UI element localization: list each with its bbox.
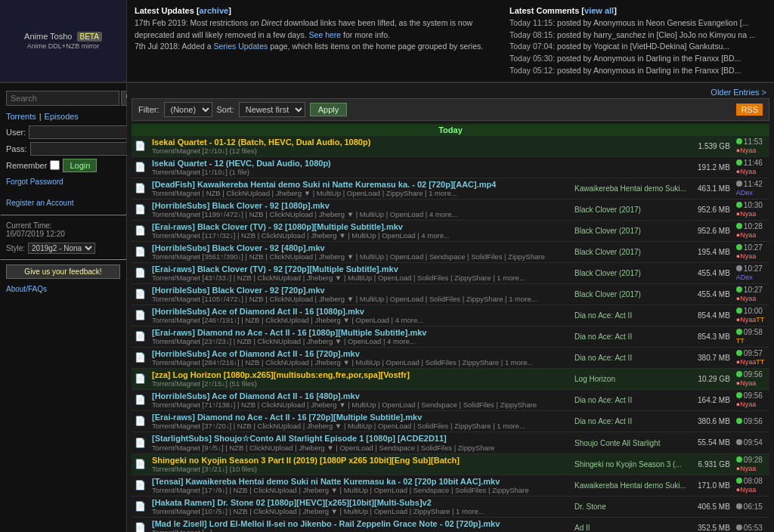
- older-entries: Older Entries >: [132, 86, 769, 98]
- about-links: About/FAQs: [0, 283, 126, 295]
- torrent-title-link[interactable]: [Erai-raws] Black Clover (TV) - 92 [1080…: [152, 222, 403, 231]
- series-cell: Dia no Ace: Act II: [571, 347, 692, 368]
- torrent-links: Torrent/Magnet [37↑/20↓] | NZB | ClickNU…: [152, 422, 568, 430]
- torrent-title-link[interactable]: [HorribleSubs] Black Clover - 92 [480p].…: [152, 243, 325, 252]
- filter-label: Filter:: [138, 105, 159, 114]
- status-dot: [736, 478, 742, 484]
- today-header: Today: [132, 124, 769, 136]
- torrent-links: Torrent/Magnet [10↑/5↓] | NZB | ClickNUp…: [152, 507, 568, 515]
- torrent-title-link[interactable]: [HorribleSubs] Ace of Diamond Act II - 1…: [152, 307, 364, 316]
- torrent-info-cell: Shingeki no Kyojin Season 3 Part II (201…: [149, 453, 571, 475]
- apply-button[interactable]: Apply: [310, 103, 348, 116]
- torrent-title-link[interactable]: [zza] Log Horizon [1080p.x265][multisubs…: [152, 370, 410, 379]
- torrent-title-link[interactable]: [HorribleSubs] Ace of Diamond Act II - 1…: [152, 349, 360, 358]
- comment-3: Today 07:04: posted by Yogicat in [VietH…: [509, 42, 729, 51]
- time-cell: 09:56●Nyaa: [733, 368, 769, 389]
- current-time-label: Current Time:: [6, 221, 52, 230]
- size-cell: 352.5 MB: [692, 517, 733, 532]
- logo-beta: BETA: [77, 32, 102, 42]
- torrent-links: Torrent/Magnet [...]: [152, 528, 568, 533]
- file-icon: 📄: [135, 352, 146, 363]
- time-cell: 10:30●Nyaa: [733, 199, 769, 220]
- older-entries-link[interactable]: Older Entries >: [711, 88, 766, 97]
- file-icon-cell: 📄: [132, 347, 149, 368]
- archive-link[interactable]: archive: [200, 6, 229, 15]
- search-input[interactable]: [6, 91, 119, 106]
- tt-tag: TT: [736, 337, 745, 345]
- nyaa-tag: ●Nyaa: [736, 465, 756, 472]
- torrent-info-cell: [HorribleSubs] Ace of Diamond Act II - 1…: [149, 389, 571, 410]
- pass-input[interactable]: [30, 142, 139, 156]
- current-time-info: Current Time: 16/07/2019 12:20: [0, 218, 126, 241]
- series-link: Dia no Ace: Act II: [574, 354, 632, 362]
- user-input[interactable]: [29, 125, 138, 139]
- torrent-title-link[interactable]: Isekai Quartet - 12 (HEVC, Dual Audio, 1…: [152, 159, 331, 168]
- series-cell: Black Clover (2017): [571, 199, 692, 220]
- torrent-title-link[interactable]: [Erai-raws] Diamond no Ace - Act II - 16…: [152, 413, 422, 422]
- torrent-title-link[interactable]: [HorribleSubs] Black Clover - 92 [1080p]…: [152, 201, 330, 210]
- style-select[interactable]: 2019g2 - Nona: [28, 243, 95, 254]
- torrent-links: Torrent/Magnet [246↑/191↓] | NZB | Click…: [152, 316, 568, 324]
- time-cell: 10:28●Nyaa: [733, 220, 769, 241]
- table-row: 📄 [HorribleSubs] Black Clover - 92 [480p…: [132, 241, 769, 262]
- size-cell: 191.2 MB: [692, 156, 733, 178]
- filter-bar: Filter: (None) Sort: Newest first Apply …: [132, 98, 769, 121]
- about-link[interactable]: About/FAQs: [6, 285, 47, 293]
- sidebar-account-links: Forgot Password Register an Account: [0, 174, 126, 211]
- torrent-title-link[interactable]: [StarlightSubs] Shoujo☆Conto All Starlig…: [152, 434, 447, 443]
- torrent-title-link[interactable]: [Erai-raws] Diamond no Ace - Act II - 16…: [152, 328, 426, 337]
- login-button[interactable]: Login: [63, 159, 97, 172]
- file-icon-cell: 📄: [132, 326, 149, 347]
- file-icon: 📄: [135, 331, 146, 342]
- torrent-title-link[interactable]: [HorribleSubs] Ace of Diamond Act II - 1…: [152, 391, 360, 401]
- torrents-nav-link[interactable]: Torrents: [6, 112, 36, 121]
- torrent-title-link[interactable]: [Hakata Ramen] Dr. Stone 02 [1080p][HEVC…: [152, 498, 432, 507]
- comments-section: Latest Comments [view all] Today 11:15: …: [509, 5, 766, 77]
- torrent-title-link[interactable]: [Tensai] Kawaikereba Hentai demo Suki ni…: [152, 477, 500, 486]
- feedback-button[interactable]: Give us your feedback!: [6, 264, 120, 279]
- remember-checkbox[interactable]: [50, 160, 60, 170]
- torrent-title-link[interactable]: Isekai Quartet - 01-12 (Batch, HEVC, Dua…: [152, 138, 370, 147]
- see-here-link[interactable]: See here: [309, 30, 342, 39]
- file-icon-cell: 📄: [132, 431, 149, 453]
- time-cell: 06:15: [733, 496, 769, 517]
- status-dot: [736, 350, 742, 356]
- torrent-title-link[interactable]: Shingeki no Kyojin Season 3 Part II (201…: [152, 456, 460, 465]
- news-item-1: 17th Feb 2019: Most restrictions on Dire…: [135, 18, 472, 39]
- torrent-links: Torrent/Magnet [2↑/15↓] (51 files): [152, 379, 568, 388]
- current-time-value: 16/07/2019 12:20: [6, 230, 65, 238]
- torrent-links: Torrent/Magnet [117↑/32↓] | NZB | ClickN…: [152, 231, 568, 240]
- torrent-title-link[interactable]: [Mad le Zisell] Lord El-Melloi II-sei no…: [152, 519, 500, 528]
- sidebar-nav: Torrents | Episodes: [0, 109, 126, 124]
- forgot-password-link[interactable]: Forgot Password: [6, 175, 120, 188]
- series-cell: Dia no Ace: Act II: [571, 326, 692, 347]
- size-cell: 952.6 MB: [692, 220, 733, 241]
- news-section: Latest Updates [archive] 17th Feb 2019: …: [135, 5, 502, 77]
- comment-1: Today 11:15: posted by Anonymous in Neon…: [509, 18, 748, 27]
- series-link: Black Clover (2017): [574, 290, 641, 298]
- file-icon: 📄: [135, 183, 146, 193]
- style-label: Style:: [6, 244, 25, 252]
- time-cell: 05:53: [733, 517, 769, 532]
- sort-select[interactable]: Newest first: [239, 102, 305, 117]
- torrent-title-link[interactable]: [DeadFish] Kawaikereba Hentai demo Suki …: [152, 180, 496, 189]
- series-cell: Log Horizon: [571, 368, 692, 389]
- filter-select[interactable]: (None): [164, 102, 212, 117]
- tt-tag: TT: [756, 358, 764, 366]
- file-icon-cell: 📄: [132, 199, 149, 220]
- torrent-links: Torrent/Magnet [3561↑/390↓] | NZB | Clic…: [152, 252, 568, 261]
- episodes-nav-link[interactable]: Episodes: [45, 112, 79, 121]
- rss-button[interactable]: RSS: [736, 104, 763, 116]
- table-row: 📄 [Mad le Zisell] Lord El-Melloi II-sei …: [132, 517, 769, 532]
- torrent-info-cell: [Erai-raws] Diamond no Ace - Act II - 16…: [149, 326, 571, 347]
- view-all-link[interactable]: view all: [584, 6, 614, 15]
- file-icon: 📄: [135, 501, 146, 512]
- register-link[interactable]: Register an Account: [6, 196, 120, 209]
- status-dot: [736, 223, 742, 229]
- torrent-title-link[interactable]: [Erai-raws] Black Clover (TV) - 92 [720p…: [152, 264, 398, 274]
- series-updates-link[interactable]: Series Updates: [214, 42, 268, 51]
- logo-subtitle: Anime DDL+NZB mirror: [27, 42, 99, 50]
- status-dot: [736, 202, 742, 208]
- torrent-title-link[interactable]: [HorribleSubs] Black Clover - 92 [720p].…: [152, 286, 325, 295]
- size-cell: 10.29 GB: [692, 368, 733, 389]
